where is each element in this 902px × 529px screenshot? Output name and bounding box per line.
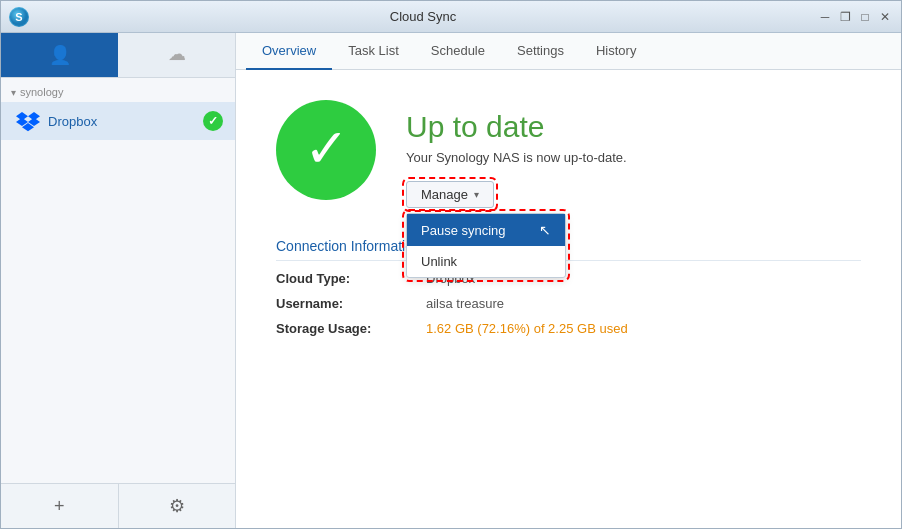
dropbox-brand-icon	[16, 109, 40, 133]
cloud-icon: ☁	[168, 43, 186, 65]
add-button[interactable]: +	[1, 484, 118, 528]
sidebar-tab-user[interactable]: 👤	[1, 33, 118, 77]
connection-row-storage: Storage Usage: 1.62 GB (72.16%) of 2.25 …	[276, 321, 861, 336]
tab-bar: Overview Task List Schedule Settings His…	[236, 33, 901, 70]
storage-usage-value: 1.62 GB (72.16%) of 2.25 GB used	[426, 321, 628, 336]
dropdown-item-pause-syncing[interactable]: Pause syncing ↖	[407, 214, 565, 246]
dropdown-item-unlink[interactable]: Unlink	[407, 246, 565, 277]
tab-task-list[interactable]: Task List	[332, 33, 415, 70]
checkmark-icon: ✓	[304, 121, 349, 175]
content-area: Overview Task List Schedule Settings His…	[236, 33, 901, 528]
sidebar-section-label: ▾ synology	[1, 78, 235, 102]
connection-row-username: Username: ailsa treasure	[276, 296, 861, 311]
window-controls: ─ ❐ □ ✕	[817, 9, 893, 25]
status-title: Up to date	[406, 110, 627, 144]
connection-section: Connection Information Cloud Type: Dropb…	[276, 238, 861, 336]
svg-text:S: S	[15, 11, 22, 23]
cloud-type-label: Cloud Type:	[276, 271, 426, 286]
pause-syncing-label: Pause syncing	[421, 223, 506, 238]
tab-history[interactable]: History	[580, 33, 652, 70]
user-icon: 👤	[49, 44, 71, 66]
cursor-icon: ↖	[539, 222, 551, 238]
manage-label: Manage	[421, 187, 468, 202]
sidebar-tab-bar: 👤 ☁	[1, 33, 235, 78]
unlink-label: Unlink	[421, 254, 457, 269]
status-subtitle: Your Synology NAS is now up-to-date.	[406, 150, 627, 165]
tab-overview[interactable]: Overview	[246, 33, 332, 70]
username-value: ailsa treasure	[426, 296, 504, 311]
manage-area: Manage ▾ Pause syncing ↖ Unlink	[406, 181, 494, 208]
status-info: Up to date Your Synology NAS is now up-t…	[406, 100, 627, 208]
content-body: ✓ Up to date Your Synology NAS is now up…	[236, 70, 901, 528]
main-layout: 👤 ☁ ▾ synology Dropbox ✓	[1, 33, 901, 528]
minimize-button[interactable]: ─	[817, 9, 833, 25]
username-label: Username:	[276, 296, 426, 311]
sidebar-tab-cloud[interactable]: ☁	[118, 33, 235, 77]
manage-button[interactable]: Manage ▾	[406, 181, 494, 208]
storage-usage-label: Storage Usage:	[276, 321, 426, 336]
sidebar: 👤 ☁ ▾ synology Dropbox ✓	[1, 33, 236, 528]
restore-button[interactable]: ❐	[837, 9, 853, 25]
status-icon-wrap: ✓	[276, 100, 376, 200]
sync-status-icon: ✓	[203, 111, 223, 131]
window-title: Cloud Sync	[29, 9, 817, 24]
connection-row-cloud-type: Cloud Type: Dropbox	[276, 271, 861, 286]
tab-schedule[interactable]: Schedule	[415, 33, 501, 70]
settings-button[interactable]: ⚙	[119, 484, 236, 528]
dropdown-arrow-icon: ▾	[474, 189, 479, 200]
maximize-button[interactable]: □	[857, 9, 873, 25]
app-window: S Cloud Sync ─ ❐ □ ✕ 👤 ☁ ▾ synology	[0, 0, 902, 529]
sidebar-item-dropbox[interactable]: Dropbox ✓	[1, 102, 235, 140]
status-section: ✓ Up to date Your Synology NAS is now up…	[276, 100, 861, 208]
title-bar: S Cloud Sync ─ ❐ □ ✕	[1, 1, 901, 33]
tab-settings[interactable]: Settings	[501, 33, 580, 70]
manage-dropdown-menu: Pause syncing ↖ Unlink	[406, 213, 566, 278]
sidebar-footer: + ⚙	[1, 483, 235, 528]
checkmark-circle: ✓	[276, 100, 376, 200]
close-button[interactable]: ✕	[877, 9, 893, 25]
connection-title: Connection Information	[276, 238, 861, 261]
chevron-down-icon: ▾	[11, 87, 16, 98]
app-icon: S	[9, 7, 29, 27]
sidebar-item-name: Dropbox	[48, 114, 203, 129]
